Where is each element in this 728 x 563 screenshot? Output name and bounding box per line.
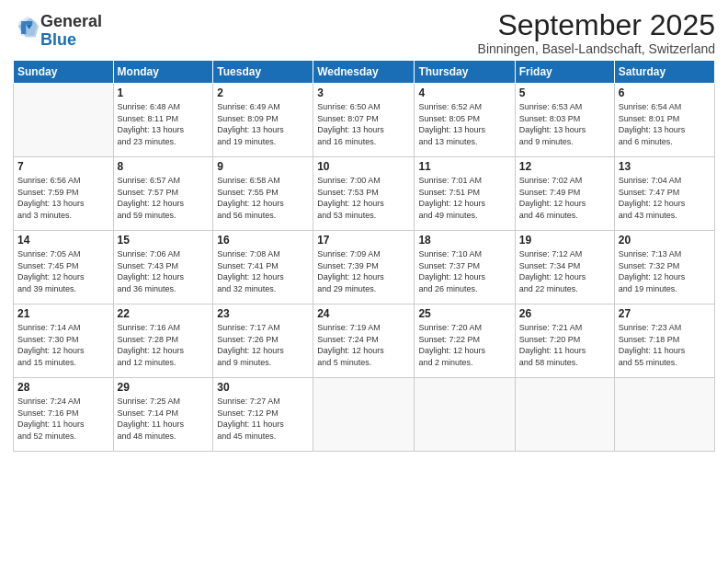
calendar-cell-4-4: 24Sunrise: 7:19 AM Sunset: 7:24 PM Dayli…	[313, 304, 415, 378]
calendar-cell-5-1: 28Sunrise: 7:24 AM Sunset: 7:16 PM Dayli…	[14, 378, 114, 452]
calendar-table: Sunday Monday Tuesday Wednesday Thursday…	[13, 60, 715, 452]
day-number: 1	[118, 86, 210, 99]
calendar-cell-3-5: 18Sunrise: 7:10 AM Sunset: 7:37 PM Dayli…	[415, 231, 515, 304]
calendar-cell-3-3: 16Sunrise: 7:08 AM Sunset: 7:41 PM Dayli…	[213, 231, 313, 304]
calendar-cell-3-7: 20Sunrise: 7:13 AM Sunset: 7:32 PM Dayli…	[614, 231, 714, 304]
calendar-cell-5-6	[515, 378, 614, 452]
day-number: 7	[17, 160, 109, 173]
col-monday: Monday	[113, 61, 213, 84]
calendar-cell-5-2: 29Sunrise: 7:25 AM Sunset: 7:14 PM Dayli…	[113, 378, 213, 452]
calendar-week-4: 21Sunrise: 7:14 AM Sunset: 7:30 PM Dayli…	[14, 304, 715, 378]
day-info: Sunrise: 7:01 AM Sunset: 7:51 PM Dayligh…	[418, 175, 510, 221]
calendar-cell-5-5	[415, 378, 515, 452]
calendar-week-2: 7Sunrise: 6:56 AM Sunset: 7:59 PM Daylig…	[14, 157, 715, 231]
calendar-week-1: 1Sunrise: 6:48 AM Sunset: 8:11 PM Daylig…	[14, 84, 715, 157]
logo-blue: Blue	[40, 30, 76, 49]
day-info: Sunrise: 7:21 AM Sunset: 7:20 PM Dayligh…	[519, 322, 610, 368]
day-number: 14	[17, 234, 109, 247]
day-number: 4	[418, 86, 510, 99]
day-number: 15	[118, 234, 210, 247]
day-info: Sunrise: 7:09 AM Sunset: 7:39 PM Dayligh…	[317, 248, 410, 294]
day-info: Sunrise: 6:53 AM Sunset: 8:03 PM Dayligh…	[519, 101, 610, 147]
day-number: 8	[118, 160, 210, 173]
day-info: Sunrise: 6:56 AM Sunset: 7:59 PM Dayligh…	[17, 175, 109, 221]
col-saturday: Saturday	[614, 61, 714, 84]
day-info: Sunrise: 6:52 AM Sunset: 8:05 PM Dayligh…	[418, 101, 510, 147]
day-info: Sunrise: 7:19 AM Sunset: 7:24 PM Dayligh…	[317, 322, 410, 368]
calendar-cell-1-3: 2Sunrise: 6:49 AM Sunset: 8:09 PM Daylig…	[213, 84, 313, 157]
day-info: Sunrise: 6:49 AM Sunset: 8:09 PM Dayligh…	[217, 101, 309, 147]
subtitle: Binningen, Basel-Landschaft, Switzerland	[478, 41, 715, 56]
calendar-cell-4-7: 27Sunrise: 7:23 AM Sunset: 7:18 PM Dayli…	[614, 304, 714, 378]
day-number: 16	[217, 234, 309, 247]
col-sunday: Sunday	[14, 61, 114, 84]
day-number: 24	[317, 307, 410, 320]
calendar-cell-3-2: 15Sunrise: 7:06 AM Sunset: 7:43 PM Dayli…	[113, 231, 213, 304]
calendar-cell-4-2: 22Sunrise: 7:16 AM Sunset: 7:28 PM Dayli…	[113, 304, 213, 378]
day-number: 18	[418, 234, 510, 247]
day-info: Sunrise: 7:00 AM Sunset: 7:53 PM Dayligh…	[317, 175, 410, 221]
calendar-cell-2-5: 11Sunrise: 7:01 AM Sunset: 7:51 PM Dayli…	[415, 157, 515, 231]
day-number: 20	[619, 234, 711, 247]
calendar-cell-5-4	[313, 378, 415, 452]
day-number: 9	[217, 160, 309, 173]
logo-icon	[15, 15, 40, 40]
calendar-week-3: 14Sunrise: 7:05 AM Sunset: 7:45 PM Dayli…	[14, 231, 715, 304]
day-info: Sunrise: 7:25 AM Sunset: 7:14 PM Dayligh…	[118, 396, 210, 442]
calendar-week-5: 28Sunrise: 7:24 AM Sunset: 7:16 PM Dayli…	[14, 378, 715, 452]
calendar-cell-2-1: 7Sunrise: 6:56 AM Sunset: 7:59 PM Daylig…	[14, 157, 114, 231]
day-number: 12	[519, 160, 610, 173]
calendar-cell-3-6: 19Sunrise: 7:12 AM Sunset: 7:34 PM Dayli…	[515, 231, 614, 304]
calendar-cell-1-2: 1Sunrise: 6:48 AM Sunset: 8:11 PM Daylig…	[113, 84, 213, 157]
main-container: General Blue September 2025 Binningen, B…	[0, 0, 728, 457]
day-info: Sunrise: 7:13 AM Sunset: 7:32 PM Dayligh…	[619, 248, 711, 294]
calendar-cell-4-3: 23Sunrise: 7:17 AM Sunset: 7:26 PM Dayli…	[213, 304, 313, 378]
day-info: Sunrise: 7:14 AM Sunset: 7:30 PM Dayligh…	[17, 322, 109, 368]
calendar-cell-1-4: 3Sunrise: 6:50 AM Sunset: 8:07 PM Daylig…	[313, 84, 415, 157]
day-number: 11	[418, 160, 510, 173]
calendar-cell-1-7: 6Sunrise: 6:54 AM Sunset: 8:01 PM Daylig…	[614, 84, 714, 157]
calendar-cell-4-5: 25Sunrise: 7:20 AM Sunset: 7:22 PM Dayli…	[415, 304, 515, 378]
header: General Blue September 2025 Binningen, B…	[13, 9, 715, 56]
day-number: 5	[519, 86, 610, 99]
calendar-cell-3-4: 17Sunrise: 7:09 AM Sunset: 7:39 PM Dayli…	[313, 231, 415, 304]
calendar-cell-4-1: 21Sunrise: 7:14 AM Sunset: 7:30 PM Dayli…	[14, 304, 114, 378]
logo: General Blue	[13, 13, 102, 50]
calendar-cell-5-3: 30Sunrise: 7:27 AM Sunset: 7:12 PM Dayli…	[213, 378, 313, 452]
day-info: Sunrise: 7:05 AM Sunset: 7:45 PM Dayligh…	[17, 248, 109, 294]
calendar-cell-2-4: 10Sunrise: 7:00 AM Sunset: 7:53 PM Dayli…	[313, 157, 415, 231]
day-info: Sunrise: 7:20 AM Sunset: 7:22 PM Dayligh…	[418, 322, 510, 368]
calendar-cell-1-6: 5Sunrise: 6:53 AM Sunset: 8:03 PM Daylig…	[515, 84, 614, 157]
col-tuesday: Tuesday	[213, 61, 313, 84]
calendar-cell-2-3: 9Sunrise: 6:58 AM Sunset: 7:55 PM Daylig…	[213, 157, 313, 231]
calendar-cell-4-6: 26Sunrise: 7:21 AM Sunset: 7:20 PM Dayli…	[515, 304, 614, 378]
logo-text: General Blue	[40, 13, 102, 50]
day-number: 22	[118, 307, 210, 320]
calendar-body: 1Sunrise: 6:48 AM Sunset: 8:11 PM Daylig…	[14, 84, 715, 452]
day-info: Sunrise: 6:58 AM Sunset: 7:55 PM Dayligh…	[217, 175, 309, 221]
day-info: Sunrise: 6:50 AM Sunset: 8:07 PM Dayligh…	[317, 101, 410, 147]
title-block: September 2025 Binningen, Basel-Landscha…	[478, 9, 715, 56]
calendar-header-row: Sunday Monday Tuesday Wednesday Thursday…	[14, 61, 715, 84]
day-info: Sunrise: 7:17 AM Sunset: 7:26 PM Dayligh…	[217, 322, 309, 368]
day-number: 19	[519, 234, 610, 247]
calendar-cell-2-7: 13Sunrise: 7:04 AM Sunset: 7:47 PM Dayli…	[614, 157, 714, 231]
day-number: 29	[118, 381, 210, 394]
col-friday: Friday	[515, 61, 614, 84]
day-number: 13	[619, 160, 711, 173]
day-info: Sunrise: 7:04 AM Sunset: 7:47 PM Dayligh…	[619, 175, 711, 221]
day-number: 3	[317, 86, 410, 99]
col-thursday: Thursday	[415, 61, 515, 84]
calendar-cell-1-1	[14, 84, 114, 157]
day-info: Sunrise: 6:57 AM Sunset: 7:57 PM Dayligh…	[118, 175, 210, 221]
day-number: 23	[217, 307, 309, 320]
day-info: Sunrise: 7:27 AM Sunset: 7:12 PM Dayligh…	[217, 396, 309, 442]
day-number: 17	[317, 234, 410, 247]
day-info: Sunrise: 7:16 AM Sunset: 7:28 PM Dayligh…	[118, 322, 210, 368]
day-number: 10	[317, 160, 410, 173]
calendar-cell-3-1: 14Sunrise: 7:05 AM Sunset: 7:45 PM Dayli…	[14, 231, 114, 304]
day-number: 6	[619, 86, 711, 99]
col-wednesday: Wednesday	[313, 61, 415, 84]
day-info: Sunrise: 7:06 AM Sunset: 7:43 PM Dayligh…	[118, 248, 210, 294]
day-number: 2	[217, 86, 309, 99]
